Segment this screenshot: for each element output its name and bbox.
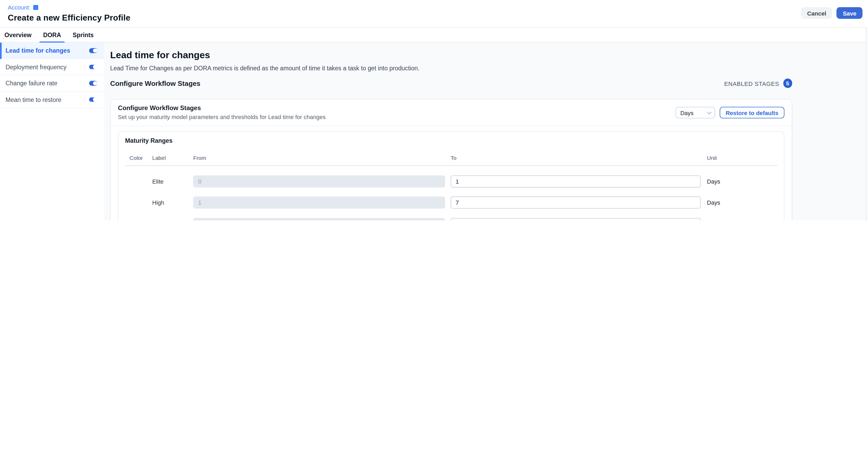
maturity-label: Elite — [152, 178, 193, 184]
maturity-ranges-card: Maturity Ranges Color Label From To Unit — [118, 131, 784, 221]
medium-from-input — [193, 218, 445, 221]
sidebar-item-mean-time-to-restore[interactable]: Mean time to restore — [0, 92, 104, 108]
metric-title: Lead time for changes — [110, 49, 792, 61]
col-header-label: Label — [152, 155, 193, 161]
tab-overview[interactable]: Overview — [4, 28, 32, 42]
maturity-row-elite: Elite Days — [125, 175, 777, 187]
chevron-down-icon — [707, 109, 711, 114]
metrics-sidebar: Lead time for changes Deployment frequen… — [0, 43, 104, 221]
col-header-to: To — [451, 155, 701, 161]
maturity-ranges-title: Maturity Ranges — [125, 137, 777, 144]
top-tab-bar: Overview DORA Sprints — [0, 27, 868, 43]
maturity-label: High — [152, 199, 193, 206]
sidebar-item-label: Deployment frequency — [5, 63, 66, 70]
workflow-card-subtitle: Set up your maturity model parameters an… — [118, 113, 326, 121]
high-to-input[interactable] — [451, 196, 701, 208]
page-header: Account: Create a new Efficiency Profile… — [0, 0, 868, 27]
tab-sprints[interactable]: Sprints — [73, 28, 94, 42]
app-root: Account: Create a new Efficiency Profile… — [0, 0, 868, 221]
header-actions: Cancel Save — [801, 7, 863, 19]
tab-dora[interactable]: DORA — [43, 28, 61, 42]
maturity-table-header: Color Label From To Unit — [125, 155, 777, 166]
metric-description: Lead Time for Changes as per DORA metric… — [110, 64, 792, 72]
maturity-row-medium: Medium Days — [125, 218, 777, 221]
restore-defaults-button[interactable]: Restore to defaults — [720, 107, 784, 118]
account-link[interactable]: Account: — [8, 4, 30, 10]
sidebar-item-label: Mean time to restore — [5, 96, 61, 103]
elite-from-input — [193, 175, 445, 187]
high-from-input — [193, 196, 445, 208]
col-header-unit: Unit — [707, 155, 777, 161]
vertical-scrollbar[interactable] — [866, 27, 868, 221]
unit-value: Days — [707, 178, 777, 184]
enabled-stages-label: ENABLED STAGES — [724, 80, 779, 87]
col-header-from: From — [193, 155, 445, 161]
maturity-row-high: High Days — [125, 196, 777, 208]
sidebar-item-change-failure-rate[interactable]: Change failure rate — [0, 75, 104, 92]
mean-time-to-restore-toggle[interactable] — [89, 97, 97, 102]
enabled-stages: ENABLED STAGES 5 — [724, 79, 792, 88]
sidebar-item-lead-time-for-changes[interactable]: Lead time for changes — [0, 43, 104, 59]
sidebar-item-label: Change failure rate — [5, 80, 57, 87]
account-name-redacted-block — [33, 5, 38, 10]
elite-to-input[interactable] — [451, 175, 701, 187]
workflow-stages-card: Configure Workflow Stages Set up your ma… — [110, 99, 792, 221]
section-title: Configure Workflow Stages — [110, 79, 200, 87]
unit-select[interactable]: Days — [675, 107, 715, 118]
medium-to-input[interactable] — [451, 218, 701, 221]
col-header-color: Color — [130, 155, 152, 161]
sidebar-item-label: Lead time for changes — [5, 47, 70, 54]
deployment-frequency-toggle[interactable] — [89, 65, 97, 69]
unit-select-value: Days — [680, 109, 693, 116]
page-title: Create a new Efficiency Profile — [8, 13, 860, 22]
cancel-button[interactable]: Cancel — [801, 7, 832, 19]
main-content: Lead time for changes Lead Time for Chan… — [104, 43, 868, 221]
save-button[interactable]: Save — [837, 7, 863, 19]
enabled-stages-count-badge: 5 — [783, 79, 793, 88]
change-failure-rate-toggle[interactable] — [89, 81, 97, 86]
workflow-card-title: Configure Workflow Stages — [118, 105, 326, 112]
unit-value: Days — [707, 199, 777, 206]
lead-time-toggle[interactable] — [89, 48, 97, 53]
sidebar-item-deployment-frequency[interactable]: Deployment frequency — [0, 59, 104, 75]
breadcrumb: Account: — [8, 4, 860, 10]
